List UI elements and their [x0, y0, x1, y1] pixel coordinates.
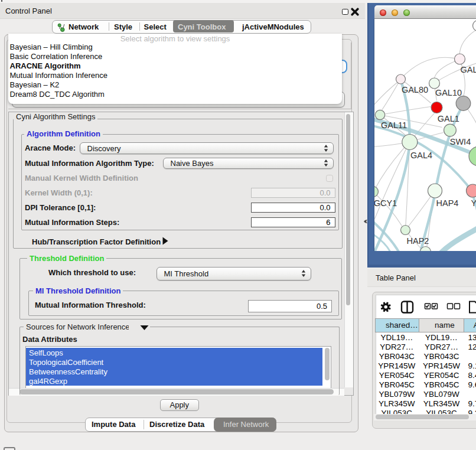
svg-text:GAL10: GAL10 — [435, 87, 461, 97]
svg-text:YMR2: YMR2 — [471, 198, 476, 207]
svg-text:HAP2: HAP2 — [406, 236, 429, 245]
svg-text:GAL7: GAL7 — [460, 64, 476, 74]
svg-text:GAL80: GAL80 — [401, 84, 428, 94]
svg-text:GAL1: GAL1 — [437, 113, 459, 123]
svg-text:GCY1: GCY1 — [374, 198, 397, 207]
svg-text:SWI4: SWI4 — [449, 137, 470, 146]
svg-text:GAL11: GAL11 — [380, 120, 406, 129]
svg-text:GAL4: GAL4 — [410, 151, 432, 160]
svg-text:HAP4: HAP4 — [436, 198, 458, 207]
